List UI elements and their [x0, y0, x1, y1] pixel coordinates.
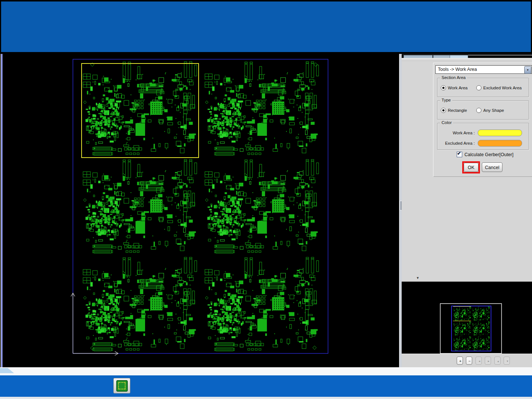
pan-left-button[interactable]: ◄ [476, 357, 482, 365]
work-area-tool-button[interactable] [113, 378, 130, 393]
group-title: Color [440, 120, 453, 125]
ok-highlight-frame: OK [462, 161, 480, 173]
work-area-selection-icon [116, 380, 128, 392]
section-area-group: Section Area Work Area Excluded Work Are… [437, 78, 529, 97]
color-group: Color Work Area : Excluded Area : [437, 123, 529, 150]
radio-label: Any Shape [483, 108, 504, 113]
preset-dropdown[interactable]: Tools -> Work Area ▼ [435, 65, 532, 74]
minimap-collapse-strip: ▼ [402, 275, 532, 282]
type-group: Type Rectangle Any Shape [437, 100, 529, 120]
radio-label: Rectangle [448, 108, 467, 113]
minimap-canvas[interactable] [402, 282, 532, 354]
window-bottom-edge [0, 397, 532, 399]
minimap-controls: + − ◄ ► ▲ ▼ [402, 354, 532, 368]
radio-dot [476, 108, 481, 113]
radio-dot [441, 85, 446, 90]
zoom-in-button[interactable]: + [457, 357, 463, 365]
footer-toolbar [0, 375, 532, 397]
work-area-dialog: Tools -> Work Area ▼ Section Area Work A… [433, 63, 532, 177]
status-strip [0, 367, 532, 375]
radio-excluded-work-area[interactable]: Excluded Work Area [476, 85, 522, 90]
radio-dot [441, 108, 446, 113]
calculate-gerber-checkbox[interactable]: ✔ [457, 152, 462, 157]
ok-button[interactable]: OK [464, 163, 478, 172]
checkbox-label: Calculate Gerber[Outer] [464, 152, 514, 157]
cancel-button[interactable]: Cancel [482, 162, 502, 172]
radio-label: Work Area [448, 86, 467, 90]
tab-strip-filler [468, 55, 532, 55]
collapse-arrow-icon[interactable]: ▼ [416, 276, 419, 280]
excluded-area-color-label: Excluded Area : [439, 141, 475, 145]
work-area-color-swatch[interactable] [478, 130, 522, 136]
pan-down-button[interactable]: ▼ [504, 357, 510, 365]
radio-any-shape[interactable]: Any Shape [476, 108, 504, 113]
application-window: Tools -> Work Area ▼ Section Area Work A… [0, 0, 532, 399]
calculate-gerber-row: ✔ Calculate Gerber[Outer] [457, 152, 514, 157]
title-bar-fill [1, 1, 531, 52]
preset-dropdown-value: Tools -> Work Area [438, 66, 477, 73]
radio-work-area[interactable]: Work Area [441, 85, 467, 90]
right-panel: Tools -> Work Area ▼ Section Area Work A… [402, 54, 532, 367]
radio-label: Excluded Work Area [483, 86, 522, 90]
chevron-down-icon[interactable]: ▼ [524, 66, 531, 74]
tab-strip-base [402, 58, 532, 61]
pan-right-button[interactable]: ► [485, 357, 491, 365]
radio-rectangle[interactable]: Rectangle [441, 108, 467, 113]
zoom-out-button[interactable]: − [466, 357, 472, 365]
checkmark-icon: ✔ [457, 151, 461, 156]
group-title: Type [440, 98, 452, 102]
pan-up-button[interactable]: ▲ [494, 357, 501, 365]
group-title: Section Area [440, 75, 467, 80]
excluded-area-color-swatch[interactable] [478, 140, 522, 147]
radio-dot [476, 85, 481, 90]
pcb-design-viewport[interactable] [3, 54, 399, 368]
dashed-selection-icon [118, 382, 126, 389]
window-left-edge [0, 54, 3, 368]
work-area-color-label: Work Area : [439, 131, 475, 135]
title-bar [0, 0, 532, 54]
